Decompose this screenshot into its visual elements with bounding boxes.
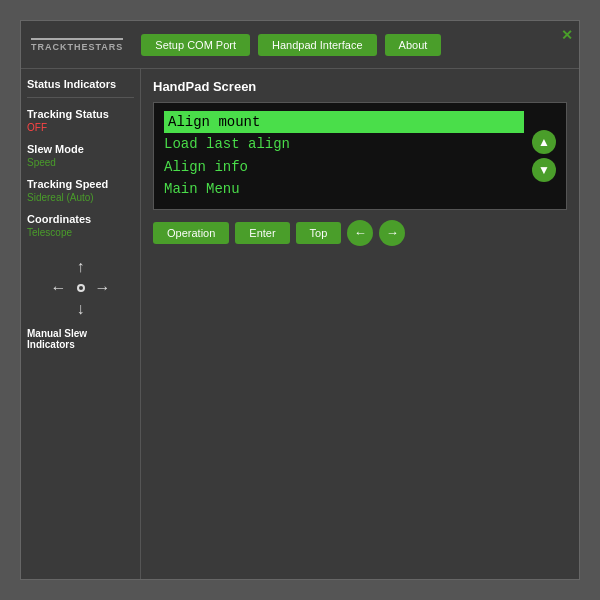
slew-mode-label: Slew Mode <box>27 143 134 155</box>
handpad-screen: Align mount Load last align Align info M… <box>153 102 567 210</box>
setup-com-button[interactable]: Setup COM Port <box>141 34 250 56</box>
logo: TrackTheStars <box>31 38 123 52</box>
handpad-item-1[interactable]: Load last align <box>164 133 524 155</box>
slew-indicator: ↑ ↓ ← → <box>27 258 134 318</box>
content-area: Status Indicators Tracking Status OFF Sl… <box>21 69 579 579</box>
arrow-right-icon: → <box>95 279 111 297</box>
handpad-item-0[interactable]: Align mount <box>164 111 524 133</box>
arrow-up-icon: ↑ <box>77 258 85 276</box>
manual-slew-title: Manual Slew Indicators <box>27 328 134 350</box>
scroll-down-button[interactable]: ▼ <box>532 158 556 182</box>
handpad-scrollbar: ▲ ▼ <box>532 111 556 201</box>
slew-mode-value: Speed <box>27 157 134 168</box>
slew-cross: ↑ ↓ ← → <box>51 258 111 318</box>
header: TrackTheStars Setup COM Port Handpad Int… <box>21 21 579 69</box>
logo-text: TrackTheStars <box>31 38 123 52</box>
scroll-up-button[interactable]: ▲ <box>532 130 556 154</box>
sidebar: Status Indicators Tracking Status OFF Sl… <box>21 69 141 579</box>
close-button[interactable]: ✕ <box>561 27 573 43</box>
handpad-item-3[interactable]: Main Menu <box>164 178 524 200</box>
app-window: TrackTheStars Setup COM Port Handpad Int… <box>0 0 600 600</box>
prev-nav-button[interactable]: ← <box>347 220 373 246</box>
tracking-speed-value: Sidereal (Auto) <box>27 192 134 203</box>
about-button[interactable]: About <box>385 34 442 56</box>
tracking-speed-label: Tracking Speed <box>27 178 134 190</box>
handpad-buttons-row: Operation Enter Top ← → <box>153 220 567 246</box>
enter-button[interactable]: Enter <box>235 222 289 244</box>
tracking-status-label: Tracking Status <box>27 108 134 120</box>
arrow-left-icon: ← <box>51 279 67 297</box>
arrow-down-icon: ↓ <box>77 300 85 318</box>
coordinates-value: Telescope <box>27 227 134 238</box>
tracking-status-value: OFF <box>27 122 134 133</box>
handpad-item-2[interactable]: Align info <box>164 156 524 178</box>
coordinates-label: Coordinates <box>27 213 134 225</box>
handpad-list: Align mount Load last align Align info M… <box>164 111 524 201</box>
handpad-interface-button[interactable]: Handpad Interface <box>258 34 377 56</box>
operation-button[interactable]: Operation <box>153 222 229 244</box>
status-indicators-title: Status Indicators <box>27 77 134 91</box>
main-area: HandPad Screen Align mount Load last ali… <box>141 69 579 579</box>
center-indicator <box>77 284 85 292</box>
next-nav-button[interactable]: → <box>379 220 405 246</box>
handpad-screen-title: HandPad Screen <box>153 79 567 94</box>
top-button[interactable]: Top <box>296 222 342 244</box>
